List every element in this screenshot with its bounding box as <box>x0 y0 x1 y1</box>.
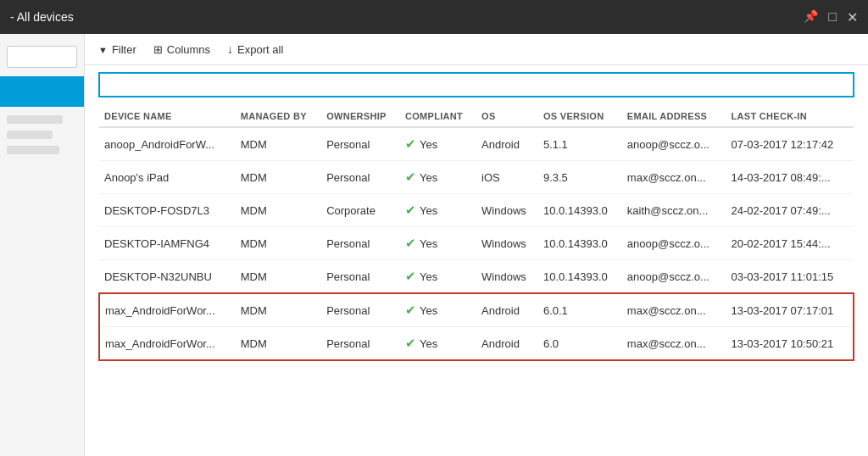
compliant-cell: ✔Yes <box>400 161 476 194</box>
table-cell: Windows <box>476 194 538 227</box>
table-cell: max@sccz.on... <box>622 293 726 327</box>
table-cell: 10.0.14393.0 <box>538 260 622 294</box>
table-cell: anoop@sccz.o... <box>622 127 726 161</box>
sidebar-search-box[interactable] <box>7 46 77 68</box>
table-cell: Android <box>476 327 538 361</box>
check-icon: ✔ <box>405 203 416 218</box>
compliant-value: Yes <box>420 237 437 250</box>
table-cell: MDM <box>236 260 321 294</box>
sidebar-line-2 <box>7 131 53 139</box>
compliant-value: Yes <box>420 138 437 151</box>
table-cell: DESKTOP-IAMFNG4 <box>99 227 236 260</box>
table-cell: max@sccz.on... <box>622 327 726 361</box>
sidebar-items <box>0 110 84 159</box>
device-table-container: DEVICE NAMEMANAGED BYOWNERSHIPCOMPLIANTO… <box>85 104 868 456</box>
table-cell: anoop@sccz.o... <box>622 260 726 294</box>
table-row[interactable]: Anoop's iPadMDMPersonal✔YesiOS9.3.5max@s… <box>99 161 854 194</box>
check-icon: ✔ <box>405 136 416 152</box>
compliant-value: Yes <box>420 171 437 184</box>
table-row[interactable]: DESKTOP-FOSD7L3MDMCorporate✔YesWindows10… <box>99 194 854 227</box>
compliant-value: Yes <box>420 337 437 350</box>
table-row[interactable]: DESKTOP-IAMFNG4MDMPersonal✔YesWindows10.… <box>99 227 854 260</box>
table-cell: 20-02-2017 15:44:... <box>726 227 854 260</box>
compliant-value: Yes <box>420 304 437 317</box>
table-cell: 10.0.14393.0 <box>538 227 622 260</box>
content-area: Filter Columns Export all <box>0 34 868 456</box>
table-cell: Corporate <box>321 194 400 227</box>
table-cell: 9.3.5 <box>538 161 622 194</box>
compliant-cell: ✔Yes <box>400 260 476 294</box>
export-icon <box>227 42 233 56</box>
table-header: DEVICE NAMEMANAGED BYOWNERSHIPCOMPLIANTO… <box>99 104 854 127</box>
table-row[interactable]: max_AndroidForWor...MDMPersonal✔YesAndro… <box>99 293 854 327</box>
columns-label: Columns <box>167 43 210 56</box>
check-icon: ✔ <box>405 170 416 185</box>
table-cell: MDM <box>236 127 321 161</box>
table-cell: anoop@sccz.o... <box>622 227 726 260</box>
table-row[interactable]: DESKTOP-N32UNBUMDMPersonal✔YesWindows10.… <box>99 260 854 294</box>
column-header-managed-by: MANAGED BY <box>236 104 321 127</box>
filter-button[interactable]: Filter <box>98 43 136 56</box>
filter-label: Filter <box>112 43 136 56</box>
table-cell: 6.0.1 <box>538 293 622 327</box>
export-button[interactable]: Export all <box>227 42 283 56</box>
column-header-os: OS <box>476 104 538 127</box>
export-label: Export all <box>237 43 283 56</box>
table-cell: Windows <box>476 260 538 294</box>
table-cell: DESKTOP-FOSD7L3 <box>99 194 236 227</box>
pin-icon[interactable]: 📌 <box>804 9 818 25</box>
window-title: - All devices <box>10 10 804 24</box>
compliant-value: Yes <box>420 270 437 283</box>
filter-icon <box>98 43 108 56</box>
table-cell: 14-03-2017 08:49:... <box>726 161 854 194</box>
table-cell: MDM <box>236 293 321 327</box>
column-header-compliant: COMPLIANT <box>400 104 476 127</box>
table-cell: Anoop's iPad <box>99 161 236 194</box>
device-table: DEVICE NAMEMANAGED BYOWNERSHIPCOMPLIANTO… <box>98 104 854 361</box>
check-icon: ✔ <box>405 269 416 284</box>
column-header-os-version: OS VERSION <box>538 104 622 127</box>
table-cell: anoop_AndroidForW... <box>99 127 236 161</box>
table-cell: Personal <box>321 161 400 194</box>
table-row[interactable]: max_AndroidForWor...MDMPersonal✔YesAndro… <box>99 327 854 361</box>
table-cell: max@sccz.on... <box>622 161 726 194</box>
table-cell: 10.0.14393.0 <box>538 194 622 227</box>
columns-button[interactable]: Columns <box>153 43 210 56</box>
search-container <box>98 72 854 97</box>
sidebar <box>0 34 85 456</box>
table-cell: 07-03-2017 12:17:42 <box>726 127 854 161</box>
table-cell: MDM <box>236 161 321 194</box>
table-cell: max_AndroidForWor... <box>99 293 236 327</box>
column-header-last-check-in: LAST CHECK-IN <box>726 104 854 127</box>
sidebar-line-1 <box>7 115 63 124</box>
table-cell: 13-03-2017 07:17:01 <box>726 293 854 327</box>
sidebar-line-3 <box>7 146 59 154</box>
table-cell: 5.1.1 <box>538 127 622 161</box>
table-row[interactable]: anoop_AndroidForW...MDMPersonal✔YesAndro… <box>99 127 854 161</box>
sidebar-highlight-item[interactable] <box>0 76 84 107</box>
table-cell: Android <box>476 293 538 327</box>
close-button[interactable]: ✕ <box>847 9 858 25</box>
table-cell: 13-03-2017 10:50:21 <box>726 327 854 361</box>
table-cell: Personal <box>321 293 400 327</box>
compliant-cell: ✔Yes <box>400 127 476 161</box>
table-cell: 6.0 <box>538 327 622 361</box>
columns-icon <box>153 43 163 56</box>
window-controls: 📌 □ ✕ <box>804 9 858 25</box>
compliant-value: Yes <box>420 204 437 217</box>
table-cell: MDM <box>236 227 321 260</box>
table-cell: iOS <box>476 161 538 194</box>
compliant-cell: ✔Yes <box>400 293 476 327</box>
table-cell: DESKTOP-N32UNBU <box>99 260 236 294</box>
main-window: - All devices 📌 □ ✕ Filter <box>0 0 868 456</box>
search-input[interactable] <box>98 72 854 97</box>
column-header-email-address: EMAIL ADDRESS <box>622 104 726 127</box>
table-cell: Windows <box>476 227 538 260</box>
check-icon: ✔ <box>405 336 416 351</box>
table-cell: max_AndroidForWor... <box>99 327 236 361</box>
minimize-button[interactable]: □ <box>828 9 837 25</box>
table-cell: MDM <box>236 194 321 227</box>
table-cell: MDM <box>236 327 321 361</box>
table-cell: Personal <box>321 260 400 294</box>
column-header-device-name: DEVICE NAME <box>99 104 236 127</box>
